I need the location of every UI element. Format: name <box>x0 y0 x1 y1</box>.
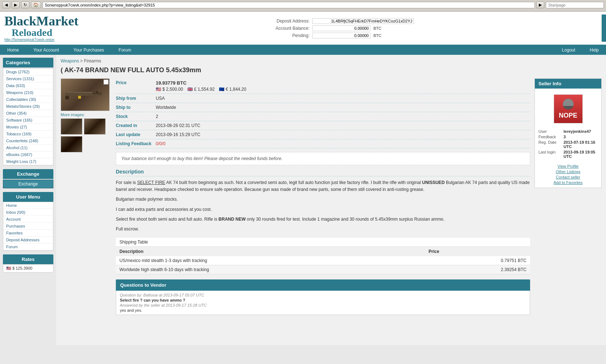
rifle-svg <box>64 87 107 102</box>
rates-value: $ 125.3900 <box>12 266 32 270</box>
description-p3: I can add extra parts and accessories at… <box>116 206 530 213</box>
home-button[interactable]: 🏠 <box>31 1 41 8</box>
seller-login-row: Last login 2013-09-19 19:05 UTC <box>538 150 598 159</box>
expand-image-btn[interactable]: ↗ <box>103 79 109 85</box>
seller-avatar: NOPE <box>554 94 583 123</box>
description-title: Description <box>116 169 530 176</box>
nav-purchases[interactable]: Your Purchases <box>66 45 111 55</box>
feedback-label: Listing Feedback <box>116 141 156 146</box>
shipping-table-header: Description Price <box>116 247 530 257</box>
created-label: Created in <box>116 123 156 128</box>
refresh-button[interactable]: ↻ <box>21 1 29 8</box>
scroll-indicator <box>602 15 606 42</box>
user-menu-inbox[interactable]: Inbox (0/0) <box>3 209 53 216</box>
sidebar-item-ebooks[interactable]: eBooks (1667) <box>3 151 53 158</box>
seller-reg-value: 2013-07-19 01:16 UTC <box>564 140 598 149</box>
thumb-inner-3 <box>61 136 82 152</box>
answer-text-1: yes and yes. <box>120 308 526 312</box>
updated-value: 2013-09-16 15:29 UTC <box>156 132 200 137</box>
thumbnail-1[interactable] <box>61 118 82 135</box>
stock-value: 2 <box>156 114 158 119</box>
shipping-price-2: 2.39254 BTC <box>425 265 530 274</box>
sidebar-item-software[interactable]: Software (165) <box>3 117 53 124</box>
seller-avatar-inner: NOPE <box>554 95 582 123</box>
seller-feedback-label: Feedback <box>538 135 562 139</box>
sidebar-item-collectables[interactable]: Collectables (30) <box>3 96 53 103</box>
sidebar-item-services[interactable]: Services (1331) <box>3 75 53 82</box>
shipping-row-2: Worldwide high stealth 6-10 days with tr… <box>116 265 530 274</box>
description-p5: Full escrow. <box>116 226 530 233</box>
nav-forum[interactable]: Forum <box>111 45 139 55</box>
more-images-label: More images: <box>61 113 111 117</box>
add-favorites-link[interactable]: Add to Favorites <box>553 180 582 185</box>
nav-home[interactable]: Home <box>0 45 26 55</box>
exchange-header: Exchange <box>3 169 53 179</box>
sidebar-item-counterfeits[interactable]: Counterfeits (248) <box>3 138 53 144</box>
created-row: Created in 2013-08-26 02:31 UTC <box>116 121 530 130</box>
sidebar-item-alcohol[interactable]: Alcohol (11) <box>3 144 53 151</box>
search-bar[interactable] <box>546 2 604 8</box>
sidebar-item-movies[interactable]: Movies (27) <box>3 124 53 131</box>
deposit-input[interactable] <box>312 18 414 24</box>
sidebar-item-weapons[interactable]: Weapons (210) <box>3 89 53 96</box>
main-product-image[interactable]: ↗ <box>61 78 110 111</box>
nav-logout[interactable]: Logout <box>555 45 583 55</box>
balance-input[interactable] <box>312 25 370 31</box>
sidebar-item-other[interactable]: Other (354) <box>3 110 53 117</box>
sidebar-item-data[interactable]: Data (633) <box>3 82 53 89</box>
answer-by-1: Answered by the seller at 2013-09-17 15:… <box>120 303 526 307</box>
breadcrumb-parent[interactable]: Weapons <box>61 58 79 64</box>
thumbnail-2[interactable] <box>84 118 106 135</box>
user-menu-home[interactable]: Home <box>3 202 53 209</box>
contact-seller-link[interactable]: Contact seller <box>556 175 580 179</box>
product-images: ↗ More images: <box>61 78 111 315</box>
balance-label: Account Balance: <box>266 26 309 31</box>
balance-row: Account Balance: BTC <box>266 25 414 31</box>
user-menu-account[interactable]: Account <box>3 216 53 223</box>
pending-row: Pending: BTC <box>266 33 414 38</box>
header-info: Deposit Address: Account Balance: BTC Pe… <box>266 18 414 38</box>
sidebar-item-metals[interactable]: Metals/Stones (29) <box>3 103 53 110</box>
thumbnail-row-2 <box>61 136 111 152</box>
thumbnail-3[interactable] <box>61 136 82 152</box>
feedback-link[interactable]: 0/0/0 <box>156 141 166 146</box>
shipping-table-title-row: Shipping Table <box>116 238 530 247</box>
nav-account[interactable]: Your Account <box>26 45 66 55</box>
pending-label: Pending: <box>266 33 309 38</box>
nav-help[interactable]: Help <box>582 45 606 55</box>
sidebar-item-drugs[interactable]: Drugs (2762) <box>3 69 53 75</box>
seller-details: User lereyjenkins47 Feedback 3 Reg. Date… <box>535 129 601 163</box>
back-button[interactable]: ◀ <box>2 1 10 8</box>
sidebar-item-tobacco[interactable]: Tobacco (169) <box>3 131 53 138</box>
seller-user-label: User <box>538 129 562 134</box>
rates-header: Rates <box>3 254 53 264</box>
pending-input[interactable] <box>312 33 370 38</box>
go-button[interactable]: ▶ <box>536 1 544 8</box>
seller-user-row: User lereyjenkins47 <box>538 129 598 134</box>
user-menu-deposit[interactable]: Deposit Addresses <box>3 237 53 244</box>
seller-login-label: Last login <box>538 150 562 159</box>
user-menu-favorites[interactable]: Favorites <box>3 230 53 237</box>
ship-from-value: USA <box>156 96 165 101</box>
other-listings-link[interactable]: Other Listings <box>556 169 581 174</box>
breadcrumb-child: Firearms <box>84 58 101 64</box>
ship-to-value: Worldwide <box>156 105 176 110</box>
avatar-figure <box>563 99 574 110</box>
sidebar-item-weightloss[interactable]: Weight Loss (17) <box>3 158 53 165</box>
forward-button[interactable]: ▶ <box>12 1 20 8</box>
ship-from-row: Ship from USA <box>116 94 530 103</box>
price-btc: 19.93779 BTC <box>156 80 246 86</box>
ship-to-row: Ship to Worldwide <box>116 103 530 112</box>
user-menu-purchases[interactable]: Purchases <box>3 223 53 230</box>
updated-label: Last update <box>116 132 156 137</box>
breadcrumb-separator: > <box>80 58 84 64</box>
shipping-row-1: US/mexico mild stealth 1-3 days with tra… <box>116 256 530 265</box>
exchange-button[interactable]: Exchange <box>3 180 53 188</box>
seller-box: Seller Info NOPE <box>534 78 602 188</box>
view-profile-link[interactable]: View Profile <box>558 164 579 168</box>
product-layout: ↗ More images: <box>61 78 602 315</box>
user-menu-forum[interactable]: Forum <box>3 244 53 250</box>
seller-login-value: 2013-09-19 19:05 UTC <box>564 150 598 159</box>
address-bar[interactable] <box>42 2 535 8</box>
questions-title: Questions to Vendor <box>116 279 530 291</box>
